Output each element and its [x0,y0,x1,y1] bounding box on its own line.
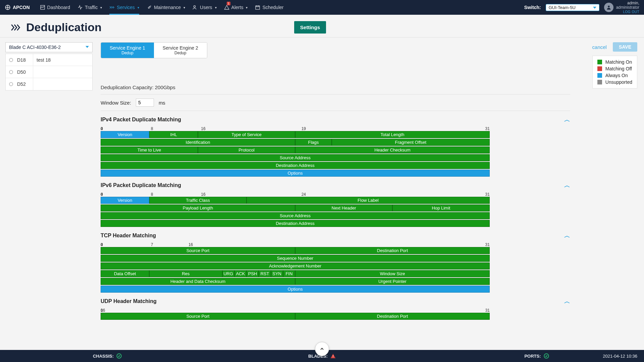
window-size-input[interactable] [136,99,154,107]
tab-service-engine-1[interactable]: Service Engine 1Dedup [101,43,154,58]
field-cell[interactable]: Next Header [295,204,392,212]
section-header-ipv6: IPv6 Packet Duplicate Matching︿ [101,181,570,189]
nav-users[interactable]: Users▾ [193,0,217,14]
bit-row: Header and Data ChecksumUrgent Pointer [101,278,490,285]
field-cell[interactable]: Flags [295,139,332,146]
page-title: Deduplication [26,21,102,34]
section-header-tcp: TCP Header Matching︿ [101,232,570,240]
main-panel: Service Engine 1DedupService Engine 2Ded… [101,42,637,320]
port-row[interactable]: D52 [6,78,92,90]
brand-icon [5,4,11,10]
field-cell[interactable]: RST [259,270,271,277]
user-avatar-icon [604,3,613,12]
field-cell[interactable]: Source Address [101,154,490,161]
field-cell[interactable]: Options [101,170,490,177]
chevron-down-icon: ▾ [215,6,217,9]
bit-row: Destination Address [101,220,490,227]
field-cell[interactable]: Res [149,270,222,277]
field-cell[interactable]: Sequence Number [101,255,490,262]
field-cell[interactable]: Destination Address [101,220,490,227]
settings-button[interactable]: Settings [294,21,326,34]
port-row[interactable]: D50 [6,66,92,78]
field-cell[interactable]: FIN [283,270,295,277]
field-cell[interactable]: Total Length [295,131,490,138]
field-cell[interactable]: Source Port [101,313,295,320]
field-cell[interactable]: URG [222,270,234,277]
field-cell[interactable]: Header Checksum [295,146,490,154]
field-cell[interactable]: Options [101,286,490,293]
chevron-down-icon: ▾ [246,6,248,9]
collapse-icon[interactable]: ︿ [564,116,570,124]
nav-dashboard[interactable]: Dashboard [40,0,70,14]
field-cell[interactable]: Protocol [198,146,295,154]
field-cell[interactable]: Fragment Offset [332,139,490,146]
field-cell[interactable]: Hop Limit [392,204,490,212]
field-cell[interactable]: Time to Live [101,146,198,154]
field-cell[interactable]: ACK [234,270,247,277]
collapse-icon[interactable]: ︿ [564,297,570,305]
field-cell[interactable]: Source Address [101,212,490,219]
window-size-label: Window Size: [101,100,131,106]
field-cell[interactable]: Type of Service [198,131,295,138]
users-icon [193,5,198,10]
bit-row: Options [101,170,490,177]
field-cell[interactable]: Identification [101,139,295,146]
save-button[interactable]: SAVE [613,42,637,52]
field-cell[interactable]: Destination Port [295,247,490,254]
chevron-down-icon: ▾ [100,6,102,9]
ok-icon [116,353,122,359]
field-cell[interactable]: Destination Address [101,162,490,169]
section-header-udp: UDP Header Matching︿ [101,297,570,305]
bit-row: Acknowledgement Number [101,262,490,269]
user-role: administrator [616,5,639,10]
nav-services[interactable]: Services▾ [109,0,139,14]
nav-maintenance[interactable]: Maintenance▾ [147,0,185,14]
field-cell[interactable]: Flow Label [247,197,490,204]
warning-icon [330,353,336,359]
nav-services-label: Services [117,5,135,10]
user-block[interactable]: admin, administrator LOG OUT [604,1,639,14]
field-cell[interactable]: Data Offset [101,270,149,277]
tab-service-engine-2[interactable]: Service Engine 2Dedup [154,43,207,58]
field-cell[interactable]: Acknowledgement Number [101,262,490,269]
field-cell[interactable]: Version [101,197,149,204]
field-cell[interactable]: Version [101,131,149,138]
collapse-icon[interactable]: ︿ [564,232,570,240]
switch-select[interactable]: GUI-Team-5U [546,4,599,11]
field-cell[interactable]: PSH [247,270,259,277]
bit-row: Options [101,286,490,293]
switch-label: Switch: [524,5,541,10]
tab-title: Service Engine 2 [163,45,198,51]
page-header: Deduplication Settings [0,15,644,38]
field-cell[interactable]: SYN [271,270,283,277]
main-nav: Dashboard Traffic▾ Services▾ Maintenance… [40,0,284,14]
expand-up-button[interactable] [315,342,329,356]
cancel-link[interactable]: cancel [592,44,607,50]
nav-traffic[interactable]: Traffic▾ [77,0,102,14]
field-cell[interactable]: IHL [149,131,198,138]
field-cell[interactable]: Window Size [295,270,490,277]
svg-point-4 [608,6,609,7]
legend-swatch-always [597,73,602,78]
nav-alerts[interactable]: 1Alerts▾ [224,0,248,14]
field-cell[interactable]: Traffic Class [149,197,247,204]
field-cell[interactable]: Payload Length [101,204,295,212]
blade-select-value: Blade C ACI-4030-E36-2 [9,45,61,50]
port-id: D18 [16,54,33,66]
port-row[interactable]: D18test 18 [6,54,92,66]
field-cell[interactable]: Urgent Pointer [295,278,490,285]
service-engine-tabs: Service Engine 1DedupService Engine 2Ded… [101,42,207,58]
field-cell[interactable]: Header and Data Checksum [101,278,295,285]
port-list: D18test 18D50D52 [5,54,93,90]
collapse-icon[interactable]: ︿ [564,181,570,189]
legend-swatch-off [597,66,602,71]
bit-grid: Source PortDestination PortSequence Numb… [101,247,490,293]
bit-row: Source PortDestination Port [101,313,490,320]
logout-link[interactable]: LOG OUT [616,10,639,14]
nav-scheduler[interactable]: Scheduler [255,0,283,14]
field-cell[interactable]: Destination Port [295,313,490,320]
brand-text: APCON [13,5,30,10]
port-status-dot [9,70,13,74]
blade-select[interactable]: Blade C ACI-4030-E36-2 [5,42,93,52]
field-cell[interactable]: Source Port [101,247,295,254]
